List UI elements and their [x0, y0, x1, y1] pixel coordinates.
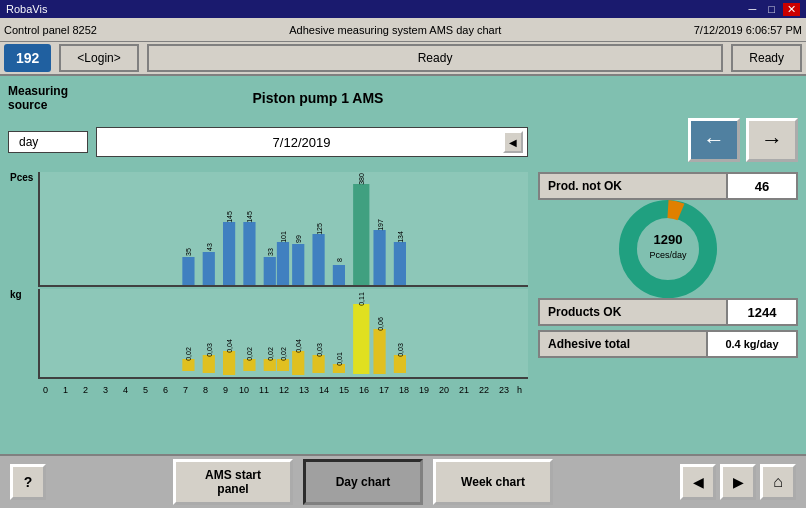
adhesive-total-value: 0.4 kg/day [706, 332, 796, 356]
svg-rect-36 [292, 351, 304, 375]
products-ok-row: Products OK 1244 [538, 298, 798, 326]
login-button[interactable]: <Login> [59, 44, 138, 72]
svg-text:5: 5 [143, 385, 148, 395]
svg-text:17: 17 [379, 385, 389, 395]
svg-text:0,03: 0,03 [206, 343, 213, 357]
donut-center-value: 1290 [654, 232, 683, 247]
svg-text:11: 11 [259, 385, 269, 395]
close-icon[interactable]: ✕ [783, 3, 800, 16]
svg-text:22: 22 [479, 385, 489, 395]
svg-text:145: 145 [246, 211, 253, 223]
svg-text:0,03: 0,03 [316, 343, 323, 357]
kg-chart-svg: 0,02 0,03 0,04 0,02 0,02 0,02 0,04 0,03 … [40, 289, 528, 379]
kg-y-label: kg [10, 289, 22, 300]
nav-bar: 192 <Login> Ready Ready [0, 42, 806, 76]
x-axis-labels: 0 1 2 3 4 5 6 7 8 9 10 11 12 13 14 15 16 [38, 381, 528, 399]
day-label: day [8, 131, 88, 153]
bottom-back-button[interactable]: ◀ [680, 464, 716, 500]
svg-rect-12 [292, 244, 304, 285]
svg-text:16: 16 [359, 385, 369, 395]
svg-rect-4 [223, 222, 235, 285]
svg-text:0,02: 0,02 [280, 347, 287, 361]
svg-text:35: 35 [185, 248, 192, 256]
control-panel-label: Control panel 8252 [4, 24, 97, 36]
svg-text:380: 380 [358, 173, 365, 185]
pces-chart: 35 43 145 145 33 101 99 125 8 380 197 13… [38, 172, 528, 287]
svg-rect-0 [182, 257, 194, 285]
svg-text:134: 134 [397, 231, 404, 243]
svg-rect-20 [373, 230, 385, 285]
date-field: 7/12/2019 ◀ [96, 127, 528, 157]
ready-right-status: Ready [731, 44, 802, 72]
bottom-forward-button[interactable]: ▶ [720, 464, 756, 500]
prod-not-ok-label: Prod. not OK [540, 179, 726, 193]
date-value: 7/12/2019 [100, 135, 503, 150]
svg-text:0,02: 0,02 [246, 347, 253, 361]
week-chart-button[interactable]: Week chart [433, 459, 553, 505]
svg-rect-22 [394, 242, 406, 285]
system-title: Adhesive measuring system AMS day chart [97, 24, 694, 36]
svg-text:4: 4 [123, 385, 128, 395]
svg-rect-16 [333, 265, 345, 285]
svg-text:8: 8 [203, 385, 208, 395]
svg-text:101: 101 [280, 231, 287, 243]
svg-rect-6 [243, 222, 255, 285]
ready-center-status: Ready [147, 44, 724, 72]
svg-text:h: h [517, 385, 522, 395]
home-button[interactable]: ⌂ [760, 464, 796, 500]
svg-text:0,02: 0,02 [185, 347, 192, 361]
svg-text:0,06: 0,06 [377, 317, 384, 331]
charts-area: Pces 35 43 145 145 33 101 99 125 [8, 172, 528, 446]
next-arrow-button[interactable]: → [746, 118, 798, 162]
day-chart-button[interactable]: Day chart [303, 459, 423, 505]
svg-rect-44 [373, 329, 385, 374]
svg-rect-18 [353, 184, 369, 285]
svg-text:10: 10 [239, 385, 249, 395]
pump-title: Piston pump 1 AMS [98, 90, 538, 106]
week-chart-label: Week chart [461, 475, 525, 489]
donut-chart-area: 1290 Pces/day [538, 204, 798, 294]
svg-text:7: 7 [183, 385, 188, 395]
adhesive-total-row: Adhesive total 0.4 kg/day [538, 330, 798, 358]
prod-not-ok-value: 46 [726, 174, 796, 198]
ams-start-panel-button[interactable]: AMS startpanel [173, 459, 293, 505]
svg-text:23: 23 [499, 385, 509, 395]
title-bar: RobaVis ─ □ ✕ [0, 0, 806, 18]
svg-text:21: 21 [459, 385, 469, 395]
datetime-display: 7/12/2019 6:06:57 PM [694, 24, 802, 36]
svg-text:1: 1 [63, 385, 68, 395]
pces-y-label: Pces [10, 172, 33, 183]
svg-text:0,03: 0,03 [397, 343, 404, 357]
panel-badge: 192 [4, 44, 51, 72]
svg-text:14: 14 [319, 385, 329, 395]
svg-text:197: 197 [377, 219, 384, 231]
svg-rect-42 [353, 304, 369, 374]
bottom-bar: ? AMS startpanel Day chart Week chart ◀ … [0, 454, 806, 508]
svg-rect-8 [264, 257, 276, 285]
minimize-icon[interactable]: ─ [745, 3, 761, 16]
svg-text:99: 99 [295, 235, 302, 243]
date-back-button[interactable]: ◀ [503, 131, 523, 153]
help-button[interactable]: ? [10, 464, 46, 500]
donut-chart-svg: 1290 Pces/day [613, 194, 723, 304]
svg-text:20: 20 [439, 385, 449, 395]
right-panel: ← → [538, 118, 798, 166]
svg-text:0,11: 0,11 [358, 292, 365, 306]
day-chart-label: Day chart [336, 475, 391, 489]
svg-text:2: 2 [83, 385, 88, 395]
stats-panel: Prod. not OK 46 1290 Pces/day Produc [538, 172, 798, 446]
svg-text:0,01: 0,01 [336, 352, 343, 366]
svg-text:19: 19 [419, 385, 429, 395]
svg-text:6: 6 [163, 385, 168, 395]
svg-text:3: 3 [103, 385, 108, 395]
svg-text:0: 0 [43, 385, 48, 395]
svg-text:145: 145 [226, 211, 233, 223]
svg-text:0,04: 0,04 [295, 339, 302, 353]
kg-chart: 0,02 0,03 0,04 0,02 0,02 0,02 0,04 0,03 … [38, 289, 528, 379]
svg-rect-10 [277, 242, 289, 285]
svg-text:0,02: 0,02 [267, 347, 274, 361]
svg-text:18: 18 [399, 385, 409, 395]
maximize-icon[interactable]: □ [764, 3, 779, 16]
prev-arrow-button[interactable]: ← [688, 118, 740, 162]
svg-rect-28 [223, 351, 235, 375]
